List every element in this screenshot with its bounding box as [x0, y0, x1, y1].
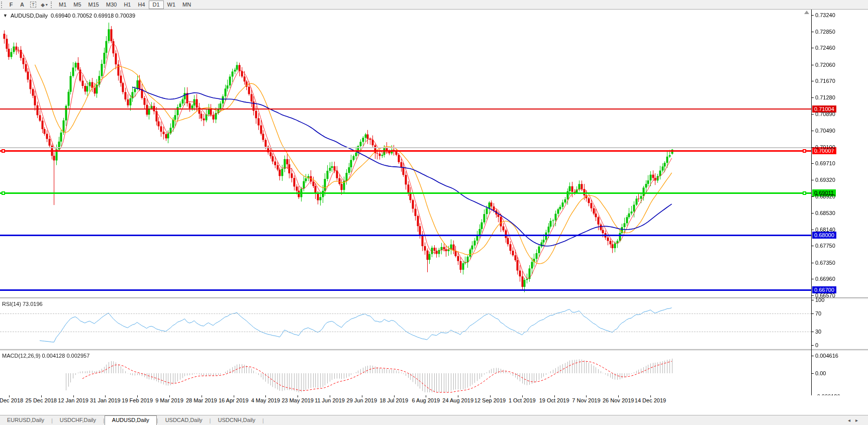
price-tick-0.72850: 0.72850	[815, 29, 865, 35]
price-chart-canvas[interactable]	[0, 10, 811, 404]
toolbar-grip[interactable]	[1, 2, 5, 8]
chart-tab-usdcad[interactable]: USDCAD,Daily	[158, 416, 210, 425]
price-tick-0.68920-tick	[811, 196, 814, 197]
time-axis[interactable]: 6 Dec 201825 Dec 201812 Jan 201931 Jan 2…	[0, 395, 868, 405]
date-label: 26 Nov 2019	[603, 397, 634, 403]
date-label: 4 May 2019	[251, 397, 280, 403]
support-line-069011[interactable]	[0, 192, 811, 194]
tab-separator: |	[262, 416, 264, 425]
text-label-icon[interactable]: T	[28, 1, 38, 9]
silver-line-07008[interactable]	[0, 147, 811, 148]
support-line-069011-handle-right[interactable]	[803, 191, 806, 195]
date-label: 6 Dec 2018	[0, 397, 23, 403]
price-tick-0.72460: 0.72460	[815, 45, 865, 51]
price-tick-0.72850-tick	[811, 32, 814, 32]
rsi-level-70	[0, 313, 811, 314]
date-label: 12 Sep 2019	[474, 397, 506, 403]
support-line-066700[interactable]	[0, 289, 811, 291]
price-tick-0.69320-tick	[811, 180, 814, 180]
price-tick-0.68530-tick	[811, 213, 814, 214]
date-label: 24 Aug 2019	[442, 397, 473, 403]
chart-tab-usdchf[interactable]: USDCHF,Daily	[53, 416, 103, 425]
date-label: 29 Jun 2019	[347, 397, 377, 403]
rsi-level-30	[0, 332, 811, 332]
price-tick-0.73240-tick	[811, 15, 814, 16]
price-tick-0.68920: 0.68920	[815, 193, 865, 199]
chart-shift-marker[interactable]	[804, 11, 809, 14]
toolbar-grip-2[interactable]	[51, 2, 54, 8]
date-label: 9 Mar 2019	[155, 397, 183, 403]
tab-scroll-right-icon[interactable]: ▸	[855, 417, 858, 423]
timeframe-button-d1[interactable]: D1	[149, 1, 164, 9]
date-label: 7 Nov 2019	[572, 397, 600, 403]
date-label: 14 Dec 2019	[635, 397, 666, 403]
rsi-tick-70: 70	[815, 310, 865, 316]
timeframe-button-m30[interactable]: M30	[103, 1, 120, 9]
date-label: 23 May 2019	[281, 397, 314, 403]
price-tick-0.70890-tick	[811, 114, 814, 115]
rsi-tick-30: 30	[815, 329, 865, 335]
toolbar: F A T ◆ ▾ M1M5M15M30H1H4D1W1MN	[0, 0, 868, 10]
resistance-line-070007-handle-right[interactable]	[803, 149, 806, 153]
macd-tick-zero-tick	[811, 373, 814, 374]
rsi-label: RSI(14) 73.0196	[2, 301, 43, 307]
date-label: 6 Aug 2019	[412, 397, 440, 403]
date-label: 19 Oct 2019	[539, 397, 569, 403]
price-tick-0.72460-tick	[811, 48, 814, 48]
mt4-window: F A T ◆ ▾ M1M5M15M30H1H4D1W1MN ▼ AUDUSD,…	[0, 0, 868, 425]
resistance-line-071004[interactable]	[0, 109, 811, 110]
text-icon[interactable]: A	[17, 1, 27, 9]
date-label: 16 Apr 2019	[219, 397, 248, 403]
support-line-068000-price-badge: 0.68000	[812, 232, 836, 239]
rsi-tick-70-tick	[811, 313, 814, 314]
macd-tick-high: 0.004616	[815, 353, 865, 359]
rsi-tick-100: 100	[815, 297, 865, 303]
resistance-line-070007[interactable]	[0, 150, 811, 152]
arrows-icon: ◆	[41, 2, 45, 8]
chart-tab-eurusd[interactable]: EURUSD,Daily	[0, 416, 51, 425]
chart-tab-usdcnh[interactable]: USDCNH,Daily	[211, 416, 262, 425]
timeframe-button-mn[interactable]: MN	[179, 1, 195, 9]
date-label: 1 Oct 2019	[509, 397, 536, 403]
date-label: 31 Jan 2019	[90, 397, 121, 403]
chart-region: ▼ AUDUSD,Daily 0.69940 0.70052 0.69918 0…	[0, 10, 868, 415]
price-tick-0.67350-tick	[811, 263, 814, 263]
arrows-dropdown[interactable]: ◆ ▾	[39, 1, 49, 9]
date-label: 25 Dec 2018	[26, 397, 57, 403]
chart-symbol-title: AUDUSD,Daily	[11, 13, 48, 19]
price-tick-0.66570-tick	[811, 295, 814, 296]
macd-label: MACD(12,26,9) 0.004128 0.002957	[2, 353, 89, 359]
date-label: 12 Jan 2019	[58, 397, 88, 403]
timeframe-button-m1[interactable]: M1	[55, 1, 70, 9]
pane-separator-rsi[interactable]	[0, 297, 868, 299]
support-line-069011-handle-left[interactable]	[2, 191, 5, 195]
one-click-trading-arrow-icon[interactable]: ▼	[3, 13, 8, 18]
tab-scroll-left-icon[interactable]: ◂	[848, 417, 850, 423]
price-tick-0.66960-tick	[811, 279, 814, 279]
chart-tab-audusd[interactable]: AUDUSD,Daily	[105, 415, 157, 425]
price-tick-0.73240: 0.73240	[815, 12, 865, 18]
price-tick-0.68140: 0.68140	[815, 227, 865, 233]
rsi-tick-30-tick	[811, 332, 814, 332]
chart-ohlc-values: 0.69940 0.70052 0.69918 0.70039	[51, 13, 135, 19]
rsi-tick-0-tick	[811, 345, 814, 346]
support-line-068000[interactable]	[0, 235, 811, 236]
timeframe-button-w1[interactable]: W1	[164, 1, 179, 9]
macd-tick-zero: 0.00	[815, 370, 865, 376]
timeframe-button-m5[interactable]: M5	[70, 1, 84, 9]
timeframe-button-h1[interactable]: H1	[120, 1, 134, 9]
timeframe-button-h4[interactable]: H4	[134, 1, 148, 9]
pane-separator-macd[interactable]	[0, 349, 868, 351]
price-tick-0.71670-tick	[811, 81, 814, 81]
price-tick-0.67750-tick	[811, 246, 814, 246]
macd-tick-high-tick	[811, 356, 814, 356]
timeframe-button-m15[interactable]: M15	[85, 1, 103, 9]
price-tick-0.71280: 0.71280	[815, 94, 865, 100]
price-tick-0.69320: 0.69320	[815, 177, 865, 183]
price-tick-0.70100-tick	[811, 147, 814, 148]
fibonacci-icon[interactable]: F	[6, 1, 16, 9]
resistance-line-070007-handle-left[interactable]	[2, 149, 5, 153]
price-tick-0.72060-tick	[811, 65, 814, 65]
price-tick-0.66960: 0.66960	[815, 276, 865, 282]
price-tick-0.70490: 0.70490	[815, 128, 865, 134]
